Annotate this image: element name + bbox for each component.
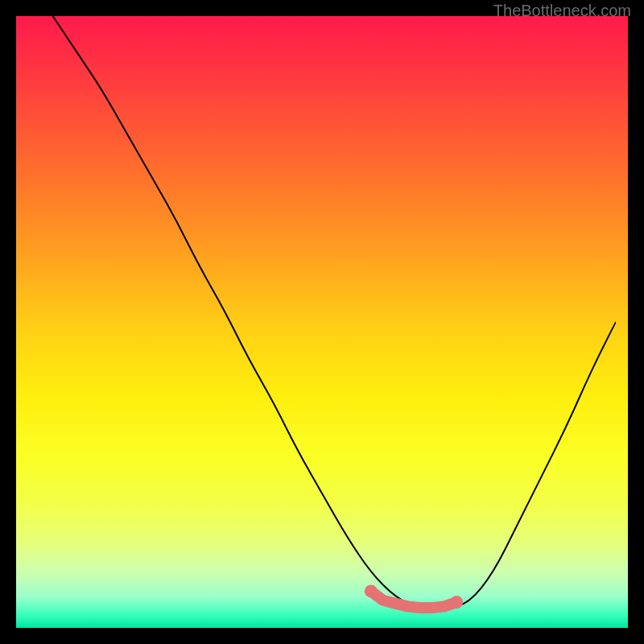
optimal-range-dot-right: [450, 596, 463, 609]
plot-svg: [16, 16, 628, 628]
bottleneck-curve: [53, 16, 616, 609]
plot-area: [16, 16, 628, 628]
optimal-range-highlight: [371, 591, 456, 608]
chart-stage: TheBottleneck.com: [0, 0, 644, 644]
optimal-range-dot-left: [365, 584, 378, 597]
